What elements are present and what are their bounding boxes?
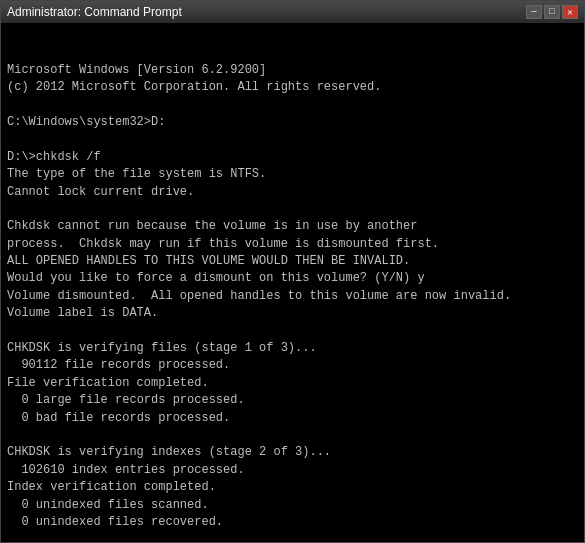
console-line: Cannot lock current drive. bbox=[7, 184, 578, 201]
command-prompt-window: Administrator: Command Prompt ─ □ ✕ Micr… bbox=[0, 0, 585, 543]
console-line bbox=[7, 201, 578, 218]
console-line: 0 unindexed files scanned. bbox=[7, 497, 578, 514]
minimize-button[interactable]: ─ bbox=[526, 5, 542, 19]
console-line: process. Chkdsk may run if this volume i… bbox=[7, 236, 578, 253]
console-line bbox=[7, 531, 578, 542]
close-button[interactable]: ✕ bbox=[562, 5, 578, 19]
console-line: Microsoft Windows [Version 6.2.9200] bbox=[7, 62, 578, 79]
console-line bbox=[7, 427, 578, 444]
console-line bbox=[7, 97, 578, 114]
console-line bbox=[7, 323, 578, 340]
console-line: Volume label is DATA. bbox=[7, 305, 578, 322]
console-line: ALL OPENED HANDLES TO THIS VOLUME WOULD … bbox=[7, 253, 578, 270]
title-bar-text: Administrator: Command Prompt bbox=[7, 5, 182, 19]
console-line: 0 bad file records processed. bbox=[7, 410, 578, 427]
maximize-button[interactable]: □ bbox=[544, 5, 560, 19]
console-output: Microsoft Windows [Version 6.2.9200](c) … bbox=[1, 23, 584, 542]
console-line: CHKDSK is verifying indexes (stage 2 of … bbox=[7, 444, 578, 461]
console-line bbox=[7, 131, 578, 148]
console-line: C:\Windows\system32>D: bbox=[7, 114, 578, 131]
title-bar-controls: ─ □ ✕ bbox=[526, 5, 578, 19]
console-line: (c) 2012 Microsoft Corporation. All righ… bbox=[7, 79, 578, 96]
console-line: 90112 file records processed. bbox=[7, 357, 578, 374]
title-bar: Administrator: Command Prompt ─ □ ✕ bbox=[1, 1, 584, 23]
console-line: Index verification completed. bbox=[7, 479, 578, 496]
console-line: D:\>chkdsk /f bbox=[7, 149, 578, 166]
console-line: The type of the file system is NTFS. bbox=[7, 166, 578, 183]
console-line: Volume dismounted. All opened handles to… bbox=[7, 288, 578, 305]
console-line: CHKDSK is verifying files (stage 1 of 3)… bbox=[7, 340, 578, 357]
console-line: 0 large file records processed. bbox=[7, 392, 578, 409]
console-line: Would you like to force a dismount on th… bbox=[7, 270, 578, 287]
console-line: File verification completed. bbox=[7, 375, 578, 392]
console-line: 102610 index entries processed. bbox=[7, 462, 578, 479]
console-line: Chkdsk cannot run because the volume is … bbox=[7, 218, 578, 235]
console-line: 0 unindexed files recovered. bbox=[7, 514, 578, 531]
